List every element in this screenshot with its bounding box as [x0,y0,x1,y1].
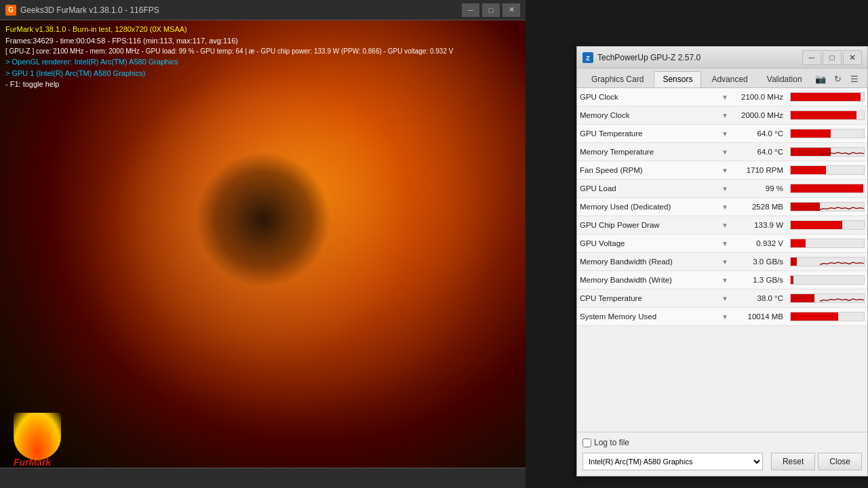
sensor-value: 10014 MB [733,312,787,321]
sensor-bar-container [790,110,865,120]
sensor-bar-cell [787,198,867,216]
sensor-name-cell: CPU Temperature▼ [577,293,733,304]
log-to-file-checkbox[interactable] [583,439,591,447]
sensor-bar-container [790,92,865,102]
sensor-dropdown-arrow[interactable]: ▼ [719,256,730,267]
sensor-bar-cell [787,289,867,307]
sensor-row: Memory Clock▼2000.0 MHz [577,106,867,125]
sensor-value: 0.932 V [733,239,787,247]
sensor-name-cell: Memory Temperature▼ [577,146,733,157]
sensor-dropdown-arrow[interactable]: ▼ [719,274,730,285]
sensor-dropdown-arrow[interactable]: ▼ [719,128,730,139]
sensor-label: GPU Temperature [580,129,718,138]
sensor-value: 99 % [733,184,787,192]
sensor-name-cell: Fan Speed (RPM)▼ [577,165,733,176]
furmark-taskbar [0,468,526,488]
tab-validation[interactable]: Validation [758,71,811,87]
sensor-name-cell: Memory Bandwidth (Read)▼ [577,256,733,267]
sensor-row: Fan Speed (RPM)▼1710 RPM [577,161,867,180]
info-line-2: Frames:34629 - time:00:04:58 - FPS:116 (… [5,35,453,47]
sensor-label: Fan Speed (RPM) [580,166,718,174]
sensor-bar-cell [787,161,867,179]
close-button[interactable]: Close [818,453,862,470]
gpuz-win-controls: ─ □ ✕ [802,50,862,65]
refresh-button[interactable]: ↻ [830,71,845,86]
sensor-value: 64.0 °C [733,148,787,156]
sensor-label: Memory Bandwidth (Read) [580,258,718,266]
tab-sensors[interactable]: Sensors [654,71,701,87]
sensor-dropdown-arrow[interactable]: ▼ [719,92,730,102]
bar-fill [791,203,820,211]
bar-fill [791,294,814,302]
svg-text:Z: Z [586,55,590,62]
furmark-minimize-button[interactable]: ─ [462,3,479,17]
bar-fill [791,276,793,284]
sensor-dropdown-arrow[interactable]: ▼ [719,220,730,230]
furmark-win-controls: ─ □ ✕ [462,3,520,17]
sensor-dropdown-arrow[interactable]: ▼ [719,238,730,249]
sensor-bar-cell [787,271,867,289]
sensor-dropdown-arrow[interactable]: ▼ [719,201,730,212]
sensor-row: GPU Clock▼2100.0 MHz [577,88,867,106]
screenshot-button[interactable]: 📷 [813,71,828,86]
log-to-file-label: Log to file [594,438,629,447]
sensor-dropdown-arrow[interactable]: ▼ [719,146,730,157]
sensor-row: Memory Bandwidth (Write)▼1.3 GB/s [577,271,867,289]
sensor-bar-container [790,293,865,303]
gpu-selector[interactable]: Intel(R) Arc(TM) A580 Graphics [583,453,763,470]
sensor-value: 38.0 °C [733,294,787,302]
sensor-row: Memory Temperature▼64.0 °C [577,143,867,161]
gpuz-bottom-panel: Log to file Intel(R) Arc(TM) A580 Graphi… [577,432,867,476]
sensor-value: 64.0 °C [733,129,787,138]
gpuz-minimize-button[interactable]: ─ [802,50,821,65]
sensor-value: 1.3 GB/s [733,276,787,284]
sensor-row: GPU Voltage▼0.932 V [577,235,867,253]
sensor-label: Memory Clock [580,111,718,119]
sensor-label: Memory Used (Dedicated) [580,203,718,211]
gpuz-button-row: Intel(R) Arc(TM) A580 Graphics Reset Clo… [583,453,862,470]
info-line-1: FurMark v1.38.1.0 - Burn-in test, 1280x7… [5,24,453,35]
furmark-info-panel: FurMark v1.38.1.0 - Burn-in test, 1280x7… [5,24,453,90]
sensor-bar-container [790,165,865,175]
bar-fill [791,258,797,266]
sensor-bar-container [790,275,865,285]
bar-fill [791,93,861,101]
sensor-bar-cell [787,106,867,124]
sensor-dropdown-arrow[interactable]: ▼ [719,183,730,194]
reset-button[interactable]: Reset [771,453,815,470]
sensor-bar-cell [787,216,867,234]
menu-button[interactable]: ☰ [847,71,862,86]
bar-fill [791,129,831,138]
sensors-table: GPU Clock▼2100.0 MHzMemory Clock▼2000.0 … [577,88,867,326]
furmark-icon: G [5,5,16,16]
bar-fill [791,221,842,229]
info-line-4: > OpenGL renderer: Intel(R) Arc(TM) A580… [5,56,453,68]
sensor-dropdown-arrow[interactable]: ▼ [719,293,730,304]
tab-advanced[interactable]: Advanced [703,71,756,87]
sensor-label: GPU Voltage [580,239,718,247]
sensor-label: Memory Bandwidth (Write) [580,276,718,284]
sensor-row: Memory Used (Dedicated)▼2528 MB [577,198,867,216]
sensor-value: 2000.0 MHz [733,111,787,119]
sensor-row: System Memory Used▼10014 MB [577,308,867,326]
fur-center-detail [195,152,331,287]
sensor-row: GPU Temperature▼64.0 °C [577,125,867,143]
sensor-dropdown-arrow[interactable]: ▼ [719,110,730,121]
sensors-content: GPU Clock▼2100.0 MHzMemory Clock▼2000.0 … [577,88,867,418]
furmark-maximize-button[interactable]: □ [482,3,500,17]
sensor-bar-container [790,184,865,193]
sensor-value: 2100.0 MHz [733,93,787,101]
info-line-3: [ GPU-Z ] core: 2100 MHz - mem: 2000 MHz… [5,46,453,56]
sensor-label: CPU Temperature [580,294,718,302]
gpuz-icon: Z [583,52,593,63]
tab-graphics-card[interactable]: Graphics Card [583,71,652,87]
sensor-name-cell: Memory Used (Dedicated)▼ [577,201,733,212]
furmark-close-button[interactable]: ✕ [502,3,520,17]
sensor-bar-container [790,239,865,248]
gpuz-close-button[interactable]: ✕ [843,50,862,65]
logo-flame-icon [14,413,61,460]
sensor-row: GPU Chip Power Draw▼133.9 W [577,216,867,235]
sensor-dropdown-arrow[interactable]: ▼ [719,165,730,176]
sensor-dropdown-arrow[interactable]: ▼ [719,311,730,322]
gpuz-maximize-button[interactable]: □ [823,50,842,65]
